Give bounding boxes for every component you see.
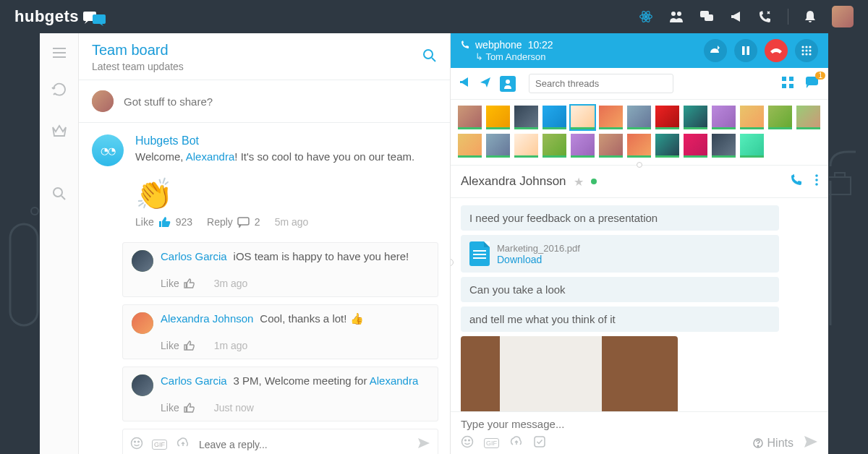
contact-tile[interactable] [514,134,538,158]
timeline-dot[interactable] [451,259,454,266]
unread-icon[interactable]: 1 [805,76,820,92]
gif-icon[interactable]: GIF [484,438,499,448]
chat-name: Alexandra Johnson [461,174,566,189]
comment-author[interactable]: Carlos Garcia [161,250,227,262]
transfer-button[interactable] [704,39,727,62]
megaphone-icon[interactable] [730,10,743,23]
message-input[interactable] [461,418,818,430]
msg-bubble: and tell me what you think of it [461,307,779,332]
hold-button[interactable] [734,39,757,62]
contact-tile[interactable] [627,106,651,129]
bell-icon[interactable] [804,10,816,23]
activity-icon[interactable] [51,81,67,100]
svg-rect-31 [789,77,793,81]
contact-tile[interactable] [684,106,707,129]
dialpad-button[interactable] [795,39,818,62]
hangup-button[interactable] [765,39,788,62]
contact-tile[interactable] [514,106,538,129]
like-button[interactable]: Like 923 [135,216,192,228]
crown-icon[interactable] [51,124,67,140]
like-count: 923 [176,216,192,228]
logo-icon [83,10,105,23]
gif-icon[interactable]: GIF [152,440,167,450]
contact-tile[interactable] [796,106,820,129]
comment-like-button[interactable]: Like [161,278,195,289]
contact-tile-selected[interactable] [571,106,595,129]
contact-tile[interactable] [740,106,764,129]
post-mention[interactable]: Alexandra [186,150,235,163]
svg-point-40 [469,440,470,441]
search-threads-input[interactable] [529,74,673,93]
svg-point-29 [506,80,510,84]
comment-mention[interactable]: Alexandra [370,374,419,387]
emoji-icon[interactable] [461,435,474,451]
call-icon[interactable] [791,174,802,189]
send-icon[interactable] [804,435,818,451]
comment-like-button[interactable]: Like [161,402,195,414]
upload-icon[interactable] [509,436,524,450]
comment-author[interactable]: Alexandra Johnson [161,312,253,325]
contact-tile[interactable] [768,106,792,129]
reply-input[interactable] [199,439,409,450]
reply-button[interactable]: Reply 2 [207,216,260,228]
upload-icon[interactable] [176,437,190,452]
atom-icon[interactable] [639,9,653,24]
contact-tile[interactable] [458,134,482,158]
comment-like-button[interactable]: Like [161,340,195,351]
logo[interactable]: hubgets [14,7,105,26]
menu-icon[interactable] [52,48,67,61]
svg-rect-14 [238,218,249,225]
more-icon[interactable] [815,174,818,189]
contact-tile[interactable] [571,134,595,158]
post-text-pre: Welcome, [135,150,186,163]
file-icon [469,241,490,266]
contact-tile[interactable] [712,106,736,129]
contact-tile[interactable] [655,106,679,129]
contact-tile[interactable] [684,134,707,158]
grid-view-icon[interactable] [782,77,793,91]
contact-tile[interactable] [458,106,482,129]
comment: Carlos Garcia 3 PM, Welcome meeting for … [122,367,438,421]
comment-avatar [132,312,153,334]
send-icon[interactable] [417,437,430,452]
chat-toolbar: 1 [451,68,828,100]
comment-author[interactable]: Carlos Garcia [161,374,227,387]
svg-rect-32 [782,84,786,88]
contact-tile[interactable] [627,134,651,158]
contact-tile[interactable] [542,134,566,158]
contact-tile[interactable] [712,134,736,158]
teamboard-search-icon[interactable] [422,48,437,66]
search-icon[interactable] [52,187,67,204]
image-bubble[interactable] [461,336,678,411]
chats-icon[interactable] [699,10,714,23]
current-user-avatar[interactable] [832,6,854,27]
svg-point-16 [135,441,136,442]
call-label: webphone [475,39,522,51]
contact-tile[interactable] [599,106,623,129]
compose-avatar [92,90,114,112]
download-link[interactable]: Download [497,254,580,265]
phone-activity-icon[interactable] [759,10,772,23]
send-plane-icon[interactable] [480,77,491,90]
people-icon[interactable] [669,10,684,23]
post-author[interactable]: Hubgets Bot [135,134,437,147]
broadcast-icon[interactable] [459,77,471,90]
hints-button[interactable]: Hints [753,437,793,450]
drag-handle[interactable] [637,162,642,168]
contact-tile[interactable] [740,134,764,158]
svg-point-43 [757,445,758,446]
msg-bubble: Can you take a look [461,277,779,302]
reply-count: 2 [255,216,260,228]
search-threads [529,74,673,93]
contact-tile[interactable] [599,134,623,158]
comment-like-label: Like [161,340,179,351]
contact-tile[interactable] [486,134,510,158]
contact-tile[interactable] [486,106,510,129]
emoji-icon[interactable] [130,437,143,453]
task-icon[interactable] [534,436,545,450]
star-icon[interactable]: ★ [574,175,584,189]
contact-tile[interactable] [655,134,679,158]
contact-tab-icon[interactable] [500,76,516,92]
contact-tile[interactable] [542,106,566,129]
compose-input[interactable] [124,95,437,108]
